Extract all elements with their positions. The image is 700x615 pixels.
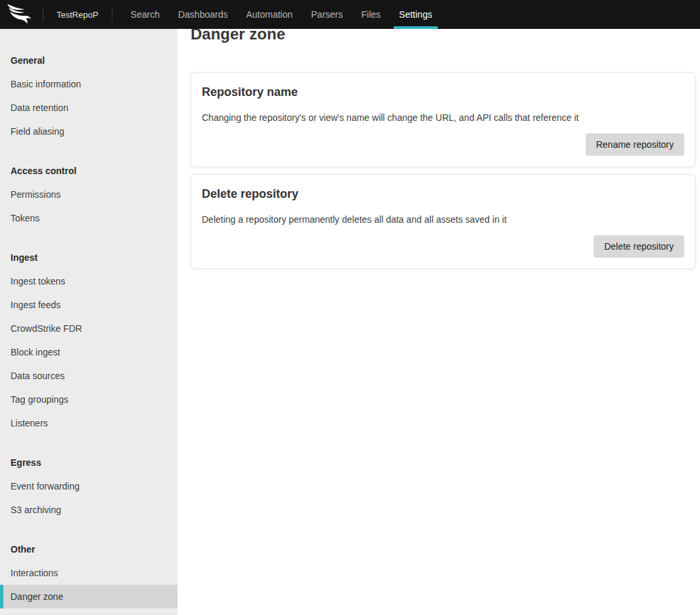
- settings-sidebar: General Basic information Data retention…: [0, 29, 177, 615]
- rename-repository-button[interactable]: Rename repository: [586, 133, 684, 156]
- sidebar-item-field-aliasing[interactable]: Field aliasing: [0, 120, 177, 143]
- sidebar-item-tag-groupings[interactable]: Tag groupings: [0, 388, 177, 411]
- card-title: Repository name: [202, 83, 684, 101]
- sidebar-item-block-ingest[interactable]: Block ingest: [0, 340, 177, 364]
- sidebar-item-data-sources[interactable]: Data sources: [0, 364, 177, 388]
- sidebar-item-tokens[interactable]: Tokens: [0, 206, 177, 230]
- sidebar-item-data-retention[interactable]: Data retention: [0, 96, 177, 120]
- repository-name-card: Repository name Changing the repository'…: [191, 72, 695, 167]
- sidebar-section-general: General: [0, 49, 177, 72]
- sidebar-item-event-forwarding[interactable]: Event forwarding: [0, 474, 177, 498]
- delete-repository-button[interactable]: Delete repository: [594, 235, 684, 258]
- nav-tab-automation[interactable]: Automation: [246, 0, 292, 29]
- sidebar-section-access-control: Access control: [0, 159, 177, 183]
- sidebar-section-ingest: Ingest: [0, 246, 177, 269]
- primary-nav: Search Dashboards Automation Parsers Fil…: [131, 0, 432, 29]
- topbar-divider: [112, 7, 112, 22]
- top-navigation-bar: TestRepoP Search Dashboards Automation P…: [0, 0, 700, 29]
- nav-tab-dashboards[interactable]: Dashboards: [178, 0, 228, 29]
- sidebar-item-basic-information[interactable]: Basic information: [0, 72, 177, 96]
- active-tab-underline: [394, 26, 438, 29]
- sidebar-item-danger-zone[interactable]: Danger zone: [0, 585, 177, 608]
- sidebar-item-permissions[interactable]: Permissions: [0, 183, 177, 206]
- sidebar-section-egress: Egress: [0, 451, 177, 474]
- sidebar-item-ingest-feeds[interactable]: Ingest feeds: [0, 293, 177, 317]
- nav-tab-settings[interactable]: Settings: [399, 0, 432, 29]
- danger-zone-cards: Repository name Changing the repository'…: [191, 72, 695, 269]
- card-title: Delete repository: [202, 185, 684, 202]
- sidebar-section-other: Other: [0, 537, 177, 561]
- nav-tab-search[interactable]: Search: [131, 0, 160, 29]
- sidebar-item-listeners[interactable]: Listeners: [0, 411, 177, 435]
- repository-switcher[interactable]: TestRepoP: [43, 0, 112, 29]
- crowdstrike-logo[interactable]: [7, 0, 37, 29]
- main-content: Danger zone Repository name Changing the…: [177, 0, 700, 269]
- card-actions: Rename repository: [202, 133, 684, 156]
- nav-tab-files[interactable]: Files: [362, 0, 381, 29]
- nav-tab-parsers[interactable]: Parsers: [311, 0, 342, 29]
- falcon-icon: [7, 3, 37, 26]
- card-actions: Delete repository: [202, 235, 684, 258]
- card-description: Changing the repository's or view's name…: [202, 111, 684, 124]
- sidebar-item-ingest-tokens[interactable]: Ingest tokens: [0, 269, 177, 293]
- sidebar-item-s3-archiving[interactable]: S3 archiving: [0, 498, 177, 522]
- sidebar-item-interactions[interactable]: Interactions: [0, 561, 177, 585]
- card-description: Deleting a repository permanently delete…: [202, 213, 684, 226]
- sidebar-item-crowdstrike-fdr[interactable]: CrowdStrike FDR: [0, 317, 177, 340]
- delete-repository-card: Delete repository Deleting a repository …: [191, 174, 695, 269]
